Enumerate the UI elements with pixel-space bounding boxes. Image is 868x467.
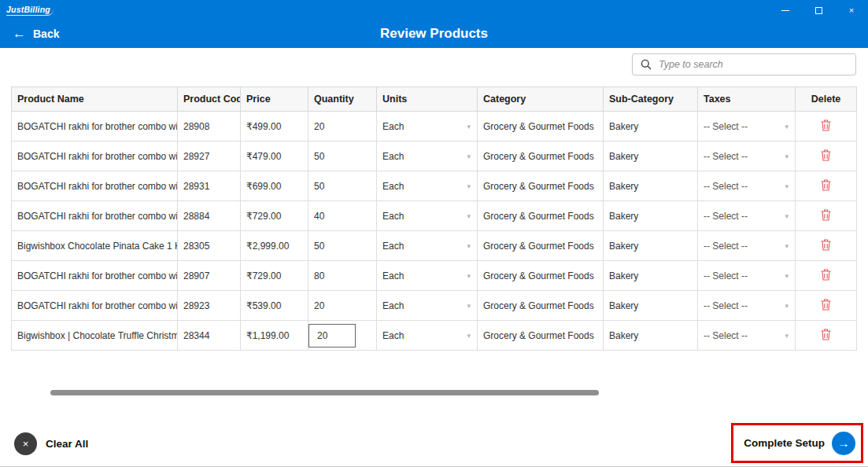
column-header-quantity: Quantity <box>308 87 377 112</box>
annotation-highlight: Complete Setup → <box>731 423 863 463</box>
close-button[interactable]: × <box>835 0 868 20</box>
taxes-dropdown[interactable]: -- Select --▾ <box>698 142 796 171</box>
minimize-icon <box>781 10 789 11</box>
units-value: Each <box>382 211 404 222</box>
units-value: Each <box>382 241 404 252</box>
subcategory-cell: Bakery <box>604 261 698 291</box>
horizontal-scrollbar[interactable] <box>11 390 856 396</box>
category-cell: Grocery & Gourmet Foods <box>478 261 604 291</box>
search-icon <box>641 59 652 70</box>
taxes-value: -- Select -- <box>704 151 748 162</box>
quantity-field[interactable]: 50 <box>308 171 377 201</box>
quantity-value: 40 <box>314 211 324 222</box>
units-dropdown[interactable]: Each▾ <box>377 112 478 142</box>
product-name: BOGATCHI rakhi for brother combo wi... <box>12 142 178 171</box>
delete-button[interactable] <box>821 299 831 311</box>
complete-setup-button[interactable]: Complete Setup → <box>744 432 855 455</box>
product-name: BOGATCHI rakhi for brother combo wi... <box>12 171 178 201</box>
app-window: JustBilling × ← Back Review Products Pro… <box>0 0 868 467</box>
complete-setup-label: Complete Setup <box>744 437 825 449</box>
category-cell: Grocery & Gourmet Foods <box>478 231 604 261</box>
quantity-field[interactable]: 20 <box>308 321 377 351</box>
product-name: BOGATCHI rakhi for brother combo wi... <box>12 261 178 291</box>
quantity-field[interactable]: 50 <box>308 142 377 171</box>
minimize-button[interactable] <box>769 0 802 20</box>
units-dropdown[interactable]: Each▾ <box>377 171 478 201</box>
product-price: ₹1,199.00 <box>241 321 308 351</box>
column-header-category: Category <box>478 87 604 112</box>
scrollbar-thumb[interactable] <box>50 390 599 395</box>
trash-icon <box>821 329 831 340</box>
units-dropdown[interactable]: Each▾ <box>377 291 478 321</box>
quantity-field[interactable]: 20 <box>308 112 377 142</box>
product-code: 28907 <box>178 261 241 291</box>
product-code: 28344 <box>178 321 241 351</box>
taxes-value: -- Select -- <box>704 181 748 192</box>
chevron-down-icon: ▾ <box>785 182 789 189</box>
page-title: Review Products <box>0 26 868 42</box>
delete-button[interactable] <box>821 209 831 221</box>
trash-icon <box>821 209 831 221</box>
subcategory-cell: Bakery <box>604 112 698 142</box>
delete-button[interactable] <box>821 269 831 281</box>
products-table: Product Name Product Code Price Quantity… <box>11 86 857 351</box>
units-dropdown[interactable]: Each▾ <box>377 321 478 351</box>
subcategory-cell: Bakery <box>604 171 698 201</box>
taxes-dropdown[interactable]: -- Select --▾ <box>698 291 796 321</box>
column-header-units: Units <box>377 87 478 112</box>
chevron-down-icon: ▾ <box>785 211 789 219</box>
units-dropdown[interactable]: Each▾ <box>377 201 478 231</box>
delete-button[interactable] <box>821 329 831 340</box>
quantity-value: 20 <box>314 121 324 132</box>
search-box[interactable] <box>632 53 856 75</box>
window-controls: × <box>769 0 868 20</box>
units-dropdown[interactable]: Each▾ <box>377 231 478 261</box>
taxes-dropdown[interactable]: -- Select --▾ <box>698 171 796 201</box>
chevron-down-icon: ▾ <box>785 331 789 339</box>
units-value: Each <box>382 121 404 132</box>
table-row: Bigwishbox | Chocolate Truffle Christm..… <box>12 321 857 351</box>
quantity-field[interactable]: 80 <box>308 261 377 291</box>
chevron-down-icon: ▾ <box>785 241 789 249</box>
titlebar: JustBilling × <box>0 0 868 20</box>
units-dropdown[interactable]: Each▾ <box>377 142 478 171</box>
delete-button[interactable] <box>821 239 831 251</box>
category-cell: Grocery & Gourmet Foods <box>478 112 604 142</box>
chevron-down-icon: ▾ <box>467 301 471 309</box>
units-dropdown[interactable]: Each▾ <box>377 261 478 291</box>
taxes-dropdown[interactable]: -- Select --▾ <box>698 261 796 291</box>
taxes-value: -- Select -- <box>704 300 748 311</box>
close-icon: × <box>849 6 854 15</box>
category-cell: Grocery & Gourmet Foods <box>478 142 604 171</box>
table-row: Bigwishbox Chocolate Pinata Cake 1 K... … <box>12 231 857 261</box>
subcategory-cell: Bakery <box>604 231 698 261</box>
taxes-value: -- Select -- <box>704 330 748 341</box>
product-price: ₹729.00 <box>241 261 308 291</box>
delete-button[interactable] <box>821 149 831 161</box>
clear-all-button[interactable]: × Clear All <box>14 432 88 455</box>
quantity-field[interactable]: 50 <box>308 231 377 261</box>
product-code: 28305 <box>178 231 241 261</box>
trash-icon <box>821 179 831 191</box>
quantity-value-focused[interactable]: 20 <box>308 324 356 347</box>
product-code: 28923 <box>178 291 241 321</box>
taxes-dropdown[interactable]: -- Select --▾ <box>698 201 796 231</box>
quantity-value: 20 <box>314 300 324 311</box>
subcategory-cell: Bakery <box>604 291 698 321</box>
taxes-value: -- Select -- <box>704 211 748 222</box>
product-code: 28908 <box>178 112 241 142</box>
taxes-dropdown[interactable]: -- Select --▾ <box>698 231 796 261</box>
quantity-field[interactable]: 20 <box>308 291 377 321</box>
delete-button[interactable] <box>821 120 831 131</box>
delete-button[interactable] <box>821 179 831 191</box>
search-input[interactable] <box>659 59 848 70</box>
table-row: BOGATCHI rakhi for brother combo wi... 2… <box>12 112 857 142</box>
subcategory-cell: Bakery <box>604 321 698 351</box>
units-value: Each <box>382 270 404 281</box>
quantity-field[interactable]: 40 <box>308 201 377 231</box>
chevron-down-icon: ▾ <box>467 241 471 249</box>
taxes-dropdown[interactable]: -- Select --▾ <box>698 321 796 351</box>
chevron-down-icon: ▾ <box>785 152 789 160</box>
maximize-button[interactable] <box>802 0 835 20</box>
taxes-dropdown[interactable]: -- Select --▾ <box>698 112 796 142</box>
